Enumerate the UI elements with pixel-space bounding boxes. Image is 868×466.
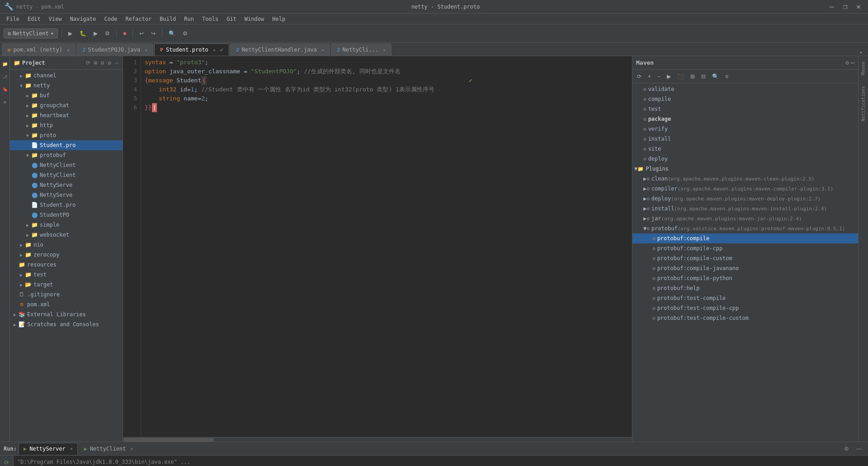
tab-nettyclient[interactable]: J NettyCli... ✕ <box>331 43 392 56</box>
tab-pom-xml[interactable]: m pom.xml (netty) ✕ <box>2 43 75 56</box>
menu-refactor[interactable]: Refactor <box>122 15 155 23</box>
maven-plugin-deploy[interactable]: ▶ ⚙ deploy (org.apache.maven.plugins:mav… <box>632 194 858 204</box>
tree-item-gitignore[interactable]: 🗒 .gitignore <box>10 290 123 300</box>
run-button[interactable]: ▶ <box>66 29 75 38</box>
tree-item-websocket[interactable]: ▶ 📁 websocket <box>10 230 123 240</box>
close-button[interactable]: ✕ <box>854 2 863 11</box>
minimize-button[interactable]: — <box>827 2 837 11</box>
menu-file[interactable]: File <box>3 15 23 23</box>
tree-item-nettyclient1[interactable]: ⬤ NettyClient <box>10 160 123 170</box>
maven-expand-button[interactable]: ⊞ <box>688 72 698 81</box>
maven-lifecycle-compile[interactable]: ⚙ compile <box>632 94 858 104</box>
menu-tools[interactable]: Tools <box>198 15 222 23</box>
tree-item-zerocopy[interactable]: ▶ 📁 zerocopy <box>10 250 123 260</box>
maven-plugin-protobuf[interactable]: ▼ ⚙ protobuf (org.xolstice.maven.plugins… <box>632 223 858 233</box>
tree-item-nettyserve2[interactable]: ⬤ NettyServe <box>10 190 123 200</box>
tree-item-buf[interactable]: ▶ 📁 buf <box>10 90 123 100</box>
tree-item-nio[interactable]: ▶ 📁 nio <box>10 240 123 250</box>
tab-student-proto[interactable]: P Student.proto ✕ ✔ <box>154 43 229 56</box>
editor-scrollbar[interactable] <box>123 437 632 442</box>
panel-sync-icon[interactable]: ⟳ <box>85 59 91 67</box>
maven-add-button[interactable]: + <box>645 72 654 81</box>
tree-item-studentpro[interactable]: 📄 Student.pro <box>10 200 123 210</box>
profile-button[interactable]: ⚙ <box>102 29 113 38</box>
maven-goal-protobuf-test-compile-custom[interactable]: ⚙ protobuf:test-compile-custom <box>632 313 858 323</box>
tab-close-icon[interactable]: ✕ <box>70 446 73 451</box>
maven-tab-label[interactable]: Maven <box>861 58 866 79</box>
maven-plugin-clean[interactable]: ▶ ⚙ clean (org.apache.maven.plugins:mave… <box>632 174 858 184</box>
run-panel-close-icon[interactable]: — <box>854 444 864 453</box>
search-button[interactable]: 🔍 <box>166 29 178 38</box>
panel-collapse-icon[interactable]: ⊟ <box>100 59 105 67</box>
menu-edit[interactable]: Edit <box>24 15 44 23</box>
panel-expand-icon[interactable]: ⊞ <box>93 59 98 67</box>
tab-studentpojo[interactable]: J StudentPOJO.java ✕ <box>76 43 153 56</box>
maven-lifecycle-site[interactable]: ⚙ site <box>632 144 858 154</box>
tree-item-simple[interactable]: ▶ 📁 simple <box>10 220 123 230</box>
coverage-button[interactable]: ▶ <box>91 29 100 38</box>
tree-item-external-libs[interactable]: ▶ 📚 External Libraries <box>10 309 123 319</box>
tab-close-icon[interactable]: ✕ <box>145 48 147 52</box>
maven-goal-protobuf-help[interactable]: ⚙ protobuf:help <box>632 283 858 293</box>
maven-settings-icon[interactable]: ⚙ <box>845 59 849 66</box>
tree-item-nettyclient2[interactable]: ⬤ NettyClient <box>10 170 123 180</box>
tree-item-pomxml[interactable]: m pom.xml <box>10 300 123 309</box>
menu-navigate[interactable]: Navigate <box>66 15 100 23</box>
menu-build[interactable]: Build <box>156 15 179 23</box>
tree-item-proto[interactable]: ▼ 📁 proto <box>10 130 123 140</box>
tab-nettyclienthandler[interactable]: J NettyClientHandler.java ✕ <box>230 43 330 56</box>
maven-goal-protobuf-test-compile-cpp[interactable]: ⚙ protobuf:test-compile-cpp <box>632 303 858 313</box>
scrollbar-thumb[interactable] <box>123 438 214 442</box>
maven-goal-protobuf-compile-python[interactable]: ⚙ protobuf:compile-python <box>632 273 858 283</box>
maven-plugin-jar[interactable]: ▶ ⚙ jar (org.apache.maven.plugins:maven-… <box>632 214 858 223</box>
tab-close-icon[interactable]: ✕ <box>130 446 133 451</box>
maven-lifecycle-package[interactable]: ⚙ package <box>632 114 858 124</box>
maven-goal-protobuf-compile[interactable]: ⚙ protobuf:compile <box>632 233 858 243</box>
tree-item-channel[interactable]: ▶ 📁 channel <box>10 71 123 81</box>
project-view-icon[interactable]: 📁 <box>0 58 11 70</box>
maven-run-button[interactable]: ▶ <box>664 72 674 81</box>
notifications-tab-label[interactable]: Notifications <box>861 82 866 125</box>
menu-run[interactable]: Run <box>180 15 198 23</box>
window-controls[interactable]: — ❐ ✕ <box>827 2 863 11</box>
tree-item-studentpo[interactable]: ⬤ StudentPO <box>10 210 123 220</box>
tree-item-target[interactable]: ▶ 📂 target <box>10 280 123 290</box>
breadcrumb-file[interactable]: pom.xml <box>41 4 64 10</box>
tree-item-nettyserve1[interactable]: ⬤ NettyServe <box>10 180 123 190</box>
tab-close-icon[interactable]: ✕ <box>383 48 386 52</box>
tab-nettyclient-run[interactable]: ▶ NettyClient ✕ <box>80 443 138 455</box>
tab-close-icon[interactable]: ✕ <box>213 48 216 52</box>
maven-lifecycle-verify[interactable]: ⚙ verify <box>632 124 858 134</box>
panel-settings-icon[interactable]: ⚙ <box>107 59 112 67</box>
maven-collapse-button[interactable]: ⊟ <box>698 72 708 81</box>
tree-item-protobuf[interactable]: ▼ 📁 protobuf <box>10 150 123 160</box>
maven-goal-protobuf-compile-cpp[interactable]: ⚙ protobuf:compile-cpp <box>632 243 858 253</box>
maven-lifecycle-validate[interactable]: ⚙ validate <box>632 84 858 94</box>
maven-goal-protobuf-compile-javanano[interactable]: ⚙ protobuf:compile-javanano <box>632 263 858 273</box>
tree-item-scratches[interactable]: ▶ 📝 Scratches and Consoles <box>10 319 123 329</box>
tab-close-icon[interactable]: ✕ <box>67 48 70 52</box>
tab-overflow-button[interactable]: ▾ <box>856 49 866 56</box>
stop-button[interactable]: ■ <box>120 29 129 38</box>
maven-close-icon[interactable]: — <box>851 59 854 66</box>
tree-item-http[interactable]: ▶ 📁 http <box>10 120 123 130</box>
maven-more-button[interactable]: ≡ <box>722 72 731 81</box>
menu-code[interactable]: Code <box>101 15 121 23</box>
maven-plugin-install[interactable]: ▶ ⚙ install (org.apache.maven.plugins:ma… <box>632 204 858 214</box>
structure-icon[interactable]: ≡ <box>0 96 11 108</box>
tree-item-groupchat[interactable]: ▶ 📁 groupchat <box>10 100 123 110</box>
redo-button[interactable]: ↪ <box>148 29 158 38</box>
maximize-button[interactable]: ❐ <box>840 2 850 11</box>
maven-refresh-button[interactable]: ⟳ <box>634 72 644 81</box>
maven-lifecycle-deploy[interactable]: ⚙ deploy <box>632 154 858 164</box>
restart-icon[interactable]: ⟳ <box>2 457 12 466</box>
debug-button[interactable]: 🐛 <box>77 29 89 38</box>
tree-item-heartbeat[interactable]: ▶ 📁 heartbeat <box>10 110 123 120</box>
menu-git[interactable]: Git <box>223 15 240 23</box>
bookmarks-icon[interactable]: 🔖 <box>0 83 11 95</box>
maven-goal-protobuf-compile-custom[interactable]: ⚙ protobuf:compile-custom <box>632 253 858 263</box>
undo-button[interactable]: ↩ <box>137 29 146 38</box>
menu-help[interactable]: Help <box>269 15 289 23</box>
maven-search-button[interactable]: 🔍 <box>709 72 722 81</box>
maven-plugin-compiler[interactable]: ▶ ⚙ compiler (org.apache.maven.plugins:m… <box>632 184 858 194</box>
